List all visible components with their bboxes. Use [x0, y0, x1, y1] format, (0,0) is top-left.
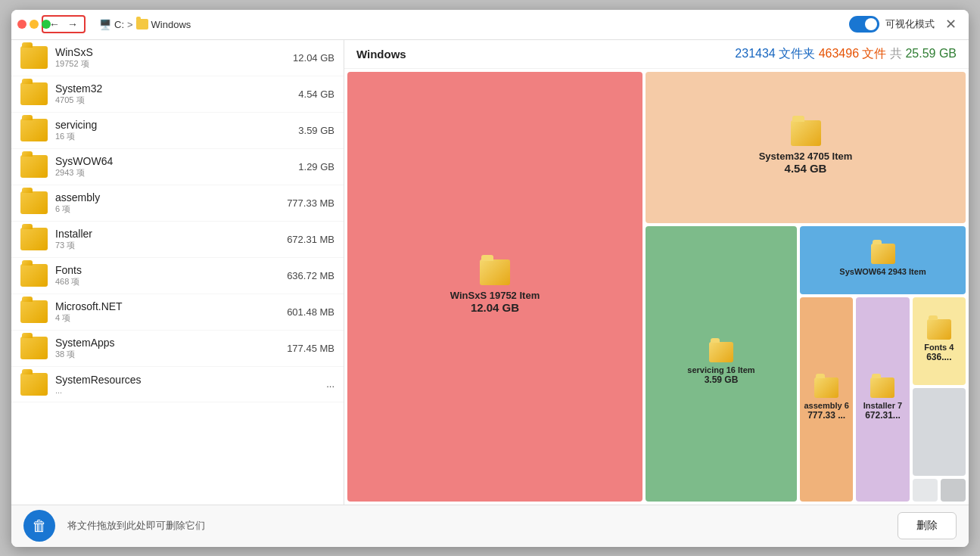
installer-title: Installer 7: [863, 401, 902, 410]
treemap-small-cells: [913, 479, 966, 502]
folder-info: Fonts 468 项: [55, 264, 279, 287]
folder-size: 672.31 MB: [287, 234, 334, 245]
treemap-bottom-right-area: Fonts 4 636....: [913, 297, 966, 502]
list-item[interactable]: System32 4705 项 4.54 GB: [11, 76, 344, 113]
bottom-bar: 🗑 将文件拖放到此处即可删除它们 删除: [11, 505, 969, 547]
titlebar: ← → 🖥️ C: > Windows 可视化模式 ✕: [11, 10, 969, 40]
treemap-cell-winsxs[interactable]: WinSxS 19752 Item 12.04 GB: [347, 72, 642, 502]
folder-name: System32: [55, 82, 291, 95]
folder-info: SysWOW64 2943 项: [55, 155, 291, 179]
folder-size: 12.04 GB: [293, 52, 334, 64]
folder-info: assembly 6 项: [55, 191, 279, 215]
minimize-dot[interactable]: [30, 20, 39, 29]
list-item[interactable]: Fonts 468 项 636.72 MB: [11, 258, 344, 294]
treemap-cell-servicing[interactable]: servicing 16 Item 3.59 GB: [646, 226, 797, 502]
folder-size: 636.72 MB: [287, 270, 334, 281]
close-dot[interactable]: [17, 20, 26, 29]
window-close-button[interactable]: ✕: [941, 16, 961, 33]
forward-button[interactable]: →: [64, 18, 81, 30]
assembly-size: 777.33 ...: [807, 410, 845, 421]
panel-header: Windows 231434 文件夹 463496 文件 共 25.59 GB: [344, 40, 969, 69]
folder-name: Fonts: [55, 264, 279, 276]
visualization-toggle[interactable]: [849, 16, 879, 33]
folder-info: SystemResources ...: [55, 374, 319, 395]
list-item[interactable]: SysWOW64 2943 项 1.29 GB: [11, 149, 344, 185]
panel-stats: 231434 文件夹 463496 文件 共 25.59 GB: [735, 46, 957, 62]
folder-count: 468 项: [55, 276, 279, 287]
folder-icon: [20, 46, 48, 69]
list-item[interactable]: servicing 16 项 3.59 GB: [11, 113, 344, 149]
folder-icon: [20, 119, 48, 141]
fonts-title: Fonts 4: [924, 343, 954, 352]
folder-count: 73 项: [55, 240, 279, 251]
installer-size: 672.31...: [865, 410, 901, 421]
syswow64-folder-icon: [871, 244, 895, 264]
treemap-cell-extra2[interactable]: [913, 479, 938, 502]
installer-folder-icon: [870, 377, 894, 398]
assembly-folder-icon: [814, 377, 838, 398]
list-item[interactable]: Installer 73 项 672.31 MB: [11, 222, 344, 258]
trash-icon: 🗑: [32, 517, 47, 535]
folder-size: 601.48 MB: [287, 306, 334, 318]
folder-icon: [20, 82, 48, 105]
folder-icon: [20, 228, 48, 250]
maximize-dot[interactable]: [42, 20, 51, 29]
folder-icon: [20, 264, 48, 287]
system32-size: 4.54 GB: [785, 162, 827, 175]
fonts-size: 636....: [926, 352, 951, 362]
folder-icon: [20, 191, 48, 214]
list-item[interactable]: SystemResources ... ...: [11, 367, 344, 402]
breadcrumb: 🖥️ C: > Windows: [99, 19, 191, 30]
treemap-cell-extra3[interactable]: [941, 479, 966, 502]
treemap: WinSxS 19752 Item 12.04 GB System32: [344, 69, 969, 505]
toggle-label: 可视化模式: [885, 17, 935, 31]
breadcrumb-drive-icon: 🖥️: [99, 19, 111, 30]
treemap-cell-installer[interactable]: Installer 7 672.31...: [856, 297, 909, 502]
fonts-folder-icon: [927, 319, 951, 340]
treemap-right: System32 4705 Item 4.54 GB servicing: [646, 72, 966, 502]
treemap-cell-extra1[interactable]: [913, 388, 966, 476]
servicing-size: 3.59 GB: [705, 374, 739, 385]
stat-files: 463496 文件: [819, 47, 887, 60]
folder-size: 1.29 GB: [298, 161, 334, 172]
list-item[interactable]: Microsoft.NET 4 项 601.48 MB: [11, 294, 344, 331]
treemap-cell-syswow64[interactable]: SysWOW64 2943 Item: [800, 226, 966, 294]
list-item[interactable]: SystemApps 38 项 177.45 MB: [11, 331, 344, 367]
folder-info: System32 4705 项: [55, 82, 291, 106]
trash-drop-zone[interactable]: 🗑: [23, 510, 55, 542]
treemap-cell-fonts[interactable]: Fonts 4 636....: [913, 297, 966, 385]
folder-size: 3.59 GB: [298, 125, 334, 136]
folder-name: servicing: [55, 119, 291, 131]
folder-size: ...: [326, 378, 334, 390]
visualization-panel: Windows 231434 文件夹 463496 文件 共 25.59 GB: [344, 40, 969, 505]
breadcrumb-folder-icon: [136, 19, 148, 30]
main-window: ← → 🖥️ C: > Windows 可视化模式 ✕ WinSxS: [11, 10, 969, 547]
folder-count: 19752 项: [55, 58, 285, 70]
window-controls: [17, 20, 51, 29]
assembly-title: assembly 6: [804, 401, 848, 410]
system32-folder-icon: [791, 120, 821, 146]
delete-button[interactable]: 删除: [898, 512, 957, 539]
folder-name: SystemApps: [55, 337, 279, 349]
breadcrumb-drive[interactable]: C:: [114, 19, 124, 30]
treemap-cell-assembly[interactable]: assembly 6 777.33 ...: [800, 297, 853, 502]
folder-name: Microsoft.NET: [55, 300, 279, 312]
folder-icon: [20, 300, 48, 323]
list-item[interactable]: assembly 6 项 777.33 MB: [11, 185, 344, 222]
folder-count: 4705 项: [55, 95, 291, 106]
treemap-cell-system32[interactable]: System32 4705 Item 4.54 GB: [646, 72, 966, 223]
folder-name: assembly: [55, 191, 279, 203]
breadcrumb-folder[interactable]: Windows: [136, 19, 191, 30]
folder-count: 6 项: [55, 203, 279, 215]
folder-info: Microsoft.NET 4 项: [55, 300, 279, 324]
folder-icon: [20, 155, 48, 178]
folder-size: 777.33 MB: [287, 197, 334, 209]
folder-icon: [20, 373, 48, 396]
treemap-right-bottom-right: SysWOW64 2943 Item: [800, 226, 966, 502]
folder-size: 177.45 MB: [287, 343, 334, 354]
servicing-folder-icon: [709, 342, 733, 362]
treemap-bottom-row: assembly 6 777.33 ...: [800, 297, 966, 502]
folder-info: Installer 73 项: [55, 228, 279, 251]
folder-size: 4.54 GB: [298, 89, 334, 100]
list-item[interactable]: WinSxS 19752 项 12.04 GB: [11, 40, 344, 76]
